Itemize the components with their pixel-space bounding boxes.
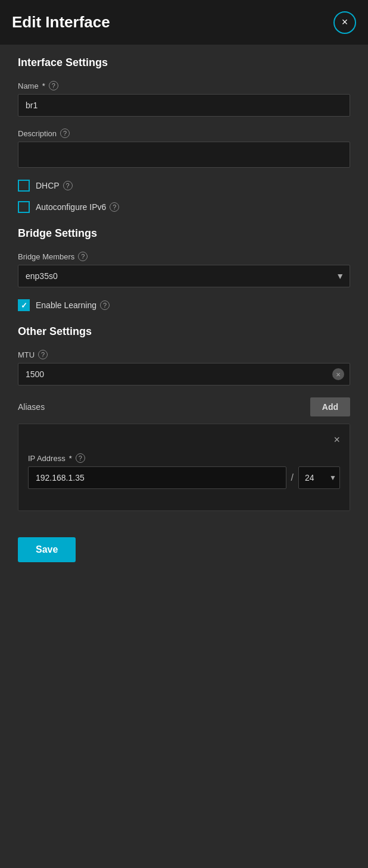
bridge-members-select[interactable]: enp35s0 — [18, 265, 350, 287]
save-button[interactable]: Save — [18, 537, 76, 562]
alias-close-button[interactable]: × — [333, 434, 340, 446]
description-field-group: Description ? — [18, 129, 350, 168]
bridge-members-field-group: Bridge Members ? enp35s0 ▼ — [18, 252, 350, 287]
enable-learning-help-icon[interactable]: ? — [100, 300, 110, 310]
header: Edit Interface × — [0, 0, 368, 45]
main-content: Interface Settings Name* ? Description ?… — [0, 45, 368, 586]
ip-address-help-icon[interactable]: ? — [76, 453, 85, 463]
dhcp-row: DHCP ? — [18, 180, 350, 192]
mtu-input[interactable] — [18, 363, 350, 386]
alias-card-header: × — [28, 434, 340, 446]
autoconfigure-ipv6-row: Autoconfigure IPv6 ? — [18, 201, 350, 213]
bridge-members-label: Bridge Members ? — [18, 252, 350, 261]
alias-card: × IP Address* ? / 8 16 24 25 — [18, 424, 350, 511]
bridge-settings-title: Bridge Settings — [18, 227, 350, 240]
description-label: Description ? — [18, 129, 350, 138]
ip-address-field-group: IP Address* ? / 8 16 24 25 26 27 — [28, 453, 340, 489]
interface-settings-title: Interface Settings — [18, 57, 350, 69]
ip-address-required-star: * — [69, 454, 72, 463]
ip-address-input[interactable] — [28, 466, 286, 489]
enable-learning-label: Enable Learning ? — [36, 300, 110, 310]
page-title: Edit Interface — [12, 13, 110, 32]
name-help-icon[interactable]: ? — [49, 81, 58, 90]
mtu-field-group: MTU ? × — [18, 350, 350, 386]
bridge-members-help-icon[interactable]: ? — [78, 252, 88, 261]
other-settings-title: Other Settings — [18, 325, 350, 338]
aliases-label: Aliases — [18, 402, 45, 412]
autoconfigure-ipv6-label: Autoconfigure IPv6 ? — [36, 202, 119, 212]
enable-learning-row: Enable Learning ? — [18, 299, 350, 311]
dhcp-label: DHCP ? — [36, 181, 73, 190]
close-button[interactable]: × — [333, 11, 356, 34]
ip-address-label: IP Address* ? — [28, 453, 340, 463]
dhcp-help-icon[interactable]: ? — [63, 181, 73, 190]
name-required-star: * — [42, 82, 45, 90]
ip-address-row: / 8 16 24 25 26 27 28 29 30 32 — [28, 466, 340, 489]
add-alias-button[interactable]: Add — [310, 397, 350, 416]
name-field-group: Name* ? — [18, 81, 350, 117]
description-help-icon[interactable]: ? — [60, 129, 70, 138]
dhcp-checkbox[interactable] — [18, 180, 30, 192]
cidr-select[interactable]: 8 16 24 25 26 27 28 29 30 32 — [298, 466, 340, 489]
mtu-help-icon[interactable]: ? — [38, 350, 48, 359]
name-label: Name* ? — [18, 81, 350, 90]
mtu-clear-button[interactable]: × — [332, 368, 344, 380]
autoconfigure-ipv6-checkbox[interactable] — [18, 201, 30, 213]
bridge-settings-section: Bridge Settings Bridge Members ? enp35s0… — [18, 227, 350, 311]
cidr-separator: / — [291, 472, 294, 483]
description-input[interactable] — [18, 142, 350, 168]
aliases-row: Aliases Add — [18, 397, 350, 416]
name-input[interactable] — [18, 94, 350, 117]
autoconfigure-ipv6-help-icon[interactable]: ? — [110, 202, 119, 212]
mtu-label: MTU ? — [18, 350, 350, 359]
cidr-select-wrapper: 8 16 24 25 26 27 28 29 30 32 ▼ — [298, 466, 340, 489]
mtu-input-wrapper: × — [18, 363, 350, 386]
interface-settings-section: Interface Settings Name* ? Description ?… — [18, 57, 350, 213]
bridge-members-select-wrapper: enp35s0 ▼ — [18, 265, 350, 287]
enable-learning-checkbox[interactable] — [18, 299, 30, 311]
other-settings-section: Other Settings MTU ? × Aliases Add × — [18, 325, 350, 511]
